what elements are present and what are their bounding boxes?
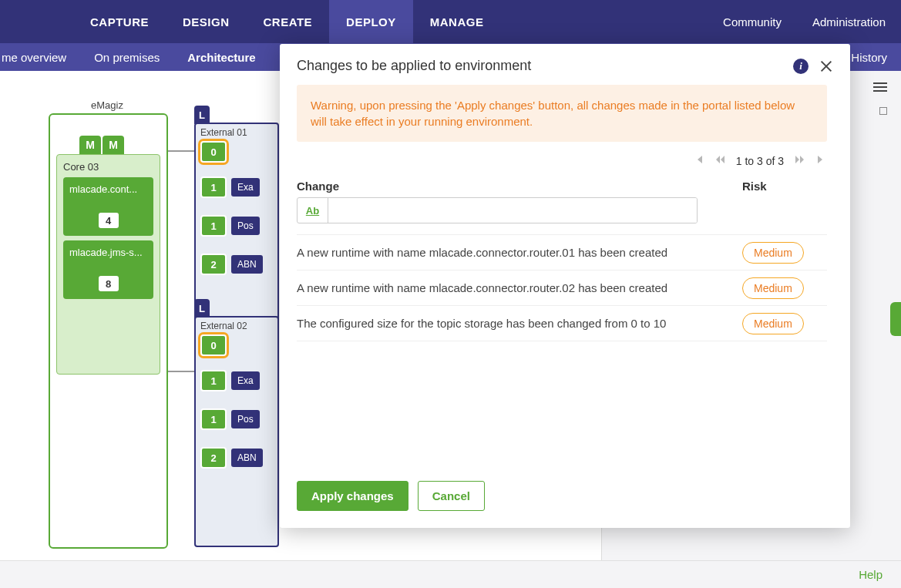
tab-deploy[interactable]: DEPLOY [329,0,413,43]
runtime-badge[interactable]: 2 [200,254,227,275]
side-handle[interactable] [890,302,901,336]
change-row[interactable]: A new runtime with name mlacade.connecto… [297,234,827,270]
tab-design[interactable]: DESIGN [166,0,247,43]
top-link-administration[interactable]: Administration [797,0,901,43]
external-title: External 02 [196,318,277,333]
runtime-badge[interactable]: 1 [200,370,227,391]
footer: Help [0,560,901,588]
column-risk: Risk [742,180,827,193]
cancel-button[interactable]: Cancel [418,481,485,511]
core-item-jms[interactable]: mlacade.jms-s... 8 [63,240,153,299]
core-item-connector[interactable]: mlacade.cont... 4 [63,177,153,236]
core-item-name: mlacade.cont... [69,183,147,195]
top-link-community[interactable]: Community [708,0,797,43]
m-tag-2[interactable]: M [103,136,124,154]
pagination: 1 to 3 of 3 [297,142,827,175]
page-status: 1 to 3 of 3 [736,155,784,167]
close-icon[interactable] [819,59,833,73]
apply-changes-button[interactable]: Apply changes [297,481,408,511]
page-next-icon[interactable] [795,154,805,167]
page-prev-icon[interactable] [714,154,725,167]
runtime-label[interactable]: Exa [231,178,260,197]
change-row[interactable]: The configured size for the topic storag… [297,305,827,341]
runtime-label[interactable]: Exa [231,371,260,390]
core-box[interactable]: Core 03 mlacade.cont... 4 mlacade.jms-s.… [56,154,160,375]
runtime-label[interactable]: Pos [231,217,260,235]
m-tag-1[interactable]: M [79,136,101,154]
info-icon[interactable]: i [793,59,809,74]
l-tag[interactable]: L [194,299,210,318]
top-nav: CAPTURE DESIGN CREATE DEPLOY MANAGE Comm… [0,0,901,43]
runtime-badge[interactable]: 0 [200,334,227,356]
svg-rect-2 [873,90,887,92]
subnav-overview[interactable]: me overview [0,51,80,64]
help-link[interactable]: Help [859,568,883,581]
subnav-onpremises[interactable]: On premises [80,51,173,64]
core-item-count: 4 [99,213,119,228]
runtime-label[interactable]: ABN [231,255,263,274]
runtime-badge[interactable]: 2 [200,447,227,469]
change-filter-input[interactable] [328,198,697,223]
page-last-icon[interactable] [816,154,827,167]
change-text: A new runtime with name mlacade.connecto… [297,246,742,259]
tab-manage[interactable]: MANAGE [413,0,501,43]
runtime-badge[interactable]: 1 [200,176,227,198]
change-row[interactable]: A new runtime with name mlacade.connecto… [297,270,827,305]
tab-create[interactable]: CREATE [247,0,330,43]
warning-banner: Warning, upon pressing the 'Apply change… [297,85,827,142]
subnav-architecture[interactable]: Architecture [173,51,269,64]
core-item-name: mlacade.jms-s... [69,247,147,258]
column-change: Change [297,180,742,193]
runtime-label[interactable]: Pos [231,410,260,428]
external-title: External 01 [196,124,277,139]
risk-badge: Medium [742,313,804,334]
expand-icon[interactable] [879,107,887,115]
l-tag[interactable]: L [194,106,210,124]
tab-capture[interactable]: CAPTURE [73,0,166,43]
runtime-badge[interactable]: 0 [200,141,227,163]
hamburger-icon[interactable] [873,82,887,96]
runtime-label[interactable]: ABN [231,449,263,467]
svg-rect-0 [873,82,887,84]
runtime-badge[interactable]: 1 [200,408,227,430]
change-text: A new runtime with name mlacade.connecto… [297,281,742,294]
external-box-2[interactable]: L External 02 0 1 Exa 1 Pos 2 ABN [194,316,279,547]
changes-modal: Changes to be applied to environment i W… [280,44,850,528]
svg-rect-1 [873,86,887,88]
runtime-badge[interactable]: 1 [200,215,227,237]
risk-badge: Medium [742,242,804,264]
emagiz-label: eMagiz [91,99,123,111]
core-title: Core 03 [63,161,153,173]
modal-title: Changes to be applied to environment [297,58,531,74]
page-first-icon[interactable] [693,154,704,167]
risk-badge: Medium [742,277,804,299]
change-text: The configured size for the topic storag… [297,317,742,330]
filter-mode-button[interactable]: Ab [298,198,328,223]
core-item-count: 8 [99,276,119,291]
